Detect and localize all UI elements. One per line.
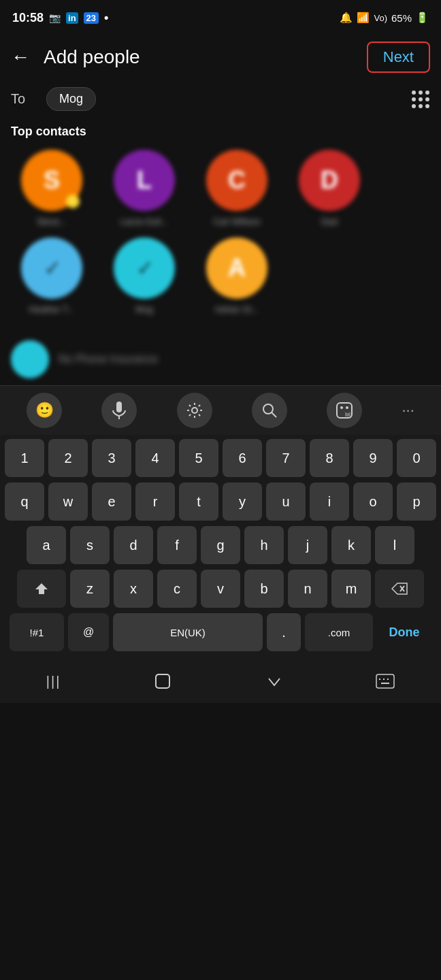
key-f[interactable]: f	[157, 526, 197, 564]
battery-icon: 🔋	[416, 12, 429, 24]
key-p[interactable]: p	[397, 483, 436, 521]
grid-icon[interactable]	[411, 90, 430, 109]
list-item[interactable]: Mog	[103, 238, 185, 314]
key-t[interactable]: t	[179, 483, 218, 521]
key-9[interactable]: 9	[353, 439, 393, 477]
key-a[interactable]: a	[27, 526, 66, 564]
key-2[interactable]: 2	[48, 439, 88, 477]
to-label: To	[11, 91, 35, 107]
key-q[interactable]: q	[5, 483, 44, 521]
key-l[interactable]: l	[375, 526, 414, 564]
key-x[interactable]: x	[114, 570, 153, 608]
dotcom-key[interactable]: .com	[305, 613, 373, 651]
camera-icon: 📷	[49, 12, 61, 23]
next-button[interactable]: Next	[367, 42, 430, 73]
key-6[interactable]: 6	[223, 439, 262, 477]
key-o[interactable]: o	[353, 483, 393, 521]
key-n[interactable]: n	[288, 570, 327, 608]
contact-name: Steve...	[37, 216, 67, 227]
status-bar: 10:58 📷 in 23 • 🔔 📶 Vo) 65% 🔋	[0, 0, 441, 33]
sticker-button[interactable]	[327, 393, 362, 428]
avatar[interactable]: C	[206, 150, 267, 211]
avatar[interactable]: L	[114, 150, 175, 211]
wifi-icon: 📶	[357, 12, 370, 24]
key-7[interactable]: 7	[266, 439, 306, 477]
keyboard-row-bottom: !#1 @ EN(UK) . .com Done	[3, 613, 438, 651]
header-left: ← Add people	[11, 46, 140, 68]
avatar[interactable]	[114, 238, 175, 299]
contact-name: Dad	[321, 216, 338, 227]
key-e[interactable]: e	[92, 483, 131, 521]
keyboard-row-zxcv: z x c v b n m	[3, 570, 438, 608]
key-v[interactable]: v	[201, 570, 240, 608]
search-button[interactable]	[252, 393, 287, 428]
contact-name: Carl Willson	[213, 216, 260, 227]
keyboard-row-qwerty: q w e r t y u i o p	[3, 483, 438, 521]
key-c[interactable]: c	[157, 570, 197, 608]
avatar[interactable]: S	[21, 150, 82, 211]
key-1[interactable]: 1	[5, 439, 44, 477]
backspace-key[interactable]	[375, 570, 424, 608]
avatar[interactable]: D	[299, 150, 360, 211]
list-item[interactable]: L Laura Gull...	[103, 150, 185, 227]
key-h[interactable]: h	[244, 526, 284, 564]
status-icons: 🔔 📶 Vo) 65% 🔋	[340, 12, 429, 24]
at-key[interactable]: @	[68, 613, 109, 651]
key-5[interactable]: 5	[179, 439, 218, 477]
period-key[interactable]: .	[267, 613, 301, 651]
page-title: Add people	[44, 46, 140, 68]
key-s[interactable]: s	[70, 526, 110, 564]
nav-menu-button[interactable]: |||	[46, 674, 61, 689]
key-y[interactable]: y	[223, 483, 262, 521]
nav-back-button[interactable]	[265, 672, 284, 691]
key-4[interactable]: 4	[135, 439, 175, 477]
contact-list-item[interactable]: No Phone Insurance	[0, 333, 441, 385]
key-w[interactable]: w	[48, 483, 88, 521]
key-d[interactable]: d	[114, 526, 153, 564]
svg-point-7	[346, 406, 348, 409]
svg-rect-0	[116, 402, 122, 412]
svg-rect-10	[156, 674, 169, 688]
key-u[interactable]: u	[266, 483, 306, 521]
mic-button[interactable]	[101, 393, 137, 428]
contact-name: Mog	[135, 304, 152, 314]
key-j[interactable]: j	[288, 526, 327, 564]
list-item[interactable]: D Dad	[289, 150, 370, 227]
key-r[interactable]: r	[135, 483, 175, 521]
key-0[interactable]: 0	[397, 439, 436, 477]
done-key[interactable]: Done	[377, 613, 431, 651]
shift-key[interactable]	[17, 570, 66, 608]
more-button[interactable]: ···	[402, 402, 414, 419]
avatar[interactable]	[21, 238, 82, 299]
alarm-icon: 🔔	[340, 12, 353, 24]
list-item[interactable]: A Adrian Gi...	[196, 238, 278, 314]
battery-level: 65%	[391, 12, 412, 24]
recipient-chip[interactable]: Mog	[46, 87, 96, 111]
back-button[interactable]: ←	[11, 46, 30, 68]
list-item[interactable]: C Carl Willson	[196, 150, 278, 227]
symbols-key[interactable]: !#1	[10, 613, 64, 651]
avatar[interactable]: A	[206, 238, 267, 299]
emoji-button[interactable]: 🙂	[27, 393, 62, 428]
svg-point-6	[340, 406, 343, 409]
settings-button[interactable]	[177, 393, 212, 428]
key-i[interactable]: i	[310, 483, 349, 521]
svg-point-2	[192, 408, 197, 413]
key-k[interactable]: k	[331, 526, 371, 564]
language-key[interactable]: EN(UK)	[113, 613, 263, 651]
key-8[interactable]: 8	[310, 439, 349, 477]
key-m[interactable]: m	[331, 570, 371, 608]
keyboard-toolbar: 🙂 ···	[0, 385, 441, 435]
svg-point-3	[263, 404, 273, 414]
list-item[interactable]: Heather T...	[11, 238, 93, 314]
key-b[interactable]: b	[244, 570, 284, 608]
key-g[interactable]: g	[201, 526, 240, 564]
contacts-grid: S Steve... L Laura Gull... C Carl Willso…	[0, 144, 441, 320]
list-item[interactable]: S Steve...	[11, 150, 93, 227]
nav-home-button[interactable]	[153, 672, 172, 691]
keyboard-row-numbers: 1 2 3 4 5 6 7 8 9 0	[3, 439, 438, 477]
key-3[interactable]: 3	[92, 439, 131, 477]
nav-keyboard-button[interactable]	[376, 674, 395, 689]
svg-rect-11	[376, 674, 394, 688]
key-z[interactable]: z	[70, 570, 110, 608]
